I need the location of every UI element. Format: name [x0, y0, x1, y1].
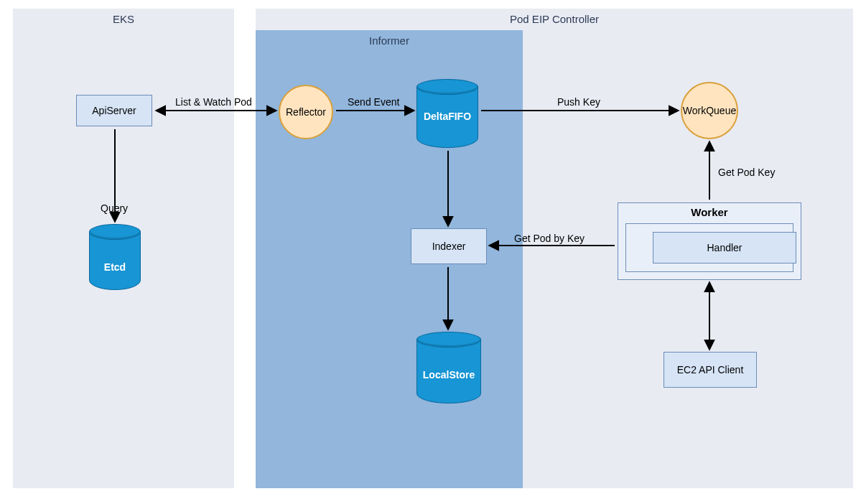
node-workqueue: WorkQueue: [681, 82, 738, 139]
edge-label-query: Query: [101, 202, 128, 214]
node-localstore: LocalStore: [416, 332, 481, 403]
edge-label-get-pod-key: Get Pod Key: [718, 167, 775, 178]
node-deltafifo-label: DeltaFIFO: [416, 111, 478, 122]
edge-label-push-key: Push Key: [557, 96, 600, 108]
node-deltafifo: DeltaFIFO: [416, 79, 478, 148]
node-ec2client: EC2 API Client: [664, 352, 757, 388]
node-apiserver-label: ApiServer: [92, 105, 136, 116]
region-title-informer: Informer: [256, 34, 523, 47]
diagram-canvas: EKS Pod EIP Controller Informer ApiServe…: [0, 0, 866, 504]
region-title-eks: EKS: [13, 13, 234, 25]
region-title-controller: Pod EIP Controller: [256, 13, 853, 25]
node-reflector-label: Reflector: [286, 106, 326, 118]
node-etcd-label: Etcd: [89, 261, 141, 273]
node-worker-label: Worker: [618, 203, 801, 218]
node-handler: Handler: [653, 232, 796, 263]
node-indexer: Indexer: [411, 228, 487, 264]
node-reflector: Reflector: [279, 85, 333, 139]
node-etcd: Etcd: [89, 224, 141, 290]
node-workqueue-label: WorkQueue: [683, 105, 736, 116]
node-worker: Worker Handler: [618, 202, 801, 280]
node-ec2client-label: EC2 API Client: [677, 364, 744, 375]
edge-label-send-event: Send Event: [348, 96, 399, 108]
edge-label-get-pod-by-key: Get Pod by Key: [514, 233, 585, 244]
node-indexer-label: Indexer: [432, 241, 466, 252]
node-handler-label: Handler: [707, 242, 742, 253]
node-localstore-label: LocalStore: [416, 369, 481, 381]
node-apiserver: ApiServer: [76, 95, 152, 126]
edge-label-list-watch: List & Watch Pod: [175, 96, 252, 108]
